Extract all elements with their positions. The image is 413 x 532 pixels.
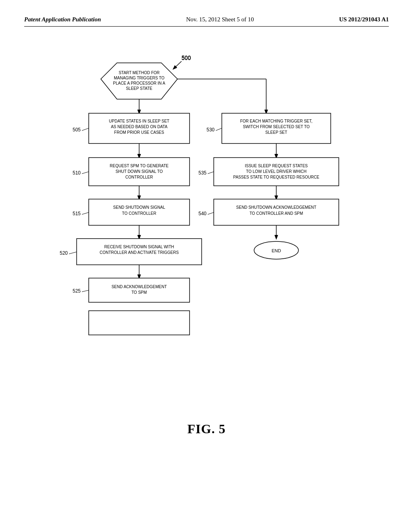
- svg-text:530: 530: [206, 127, 215, 133]
- svg-rect-26: [77, 239, 202, 265]
- svg-point-60: [254, 241, 298, 259]
- svg-text:SWITCH FROM SELECTED SET TO: SWITCH FROM SELECTED SET TO: [243, 125, 310, 129]
- header-center: Nov. 15, 2012 Sheet 5 of 10: [186, 16, 254, 23]
- svg-text:AS NEEDED BASED ON DATA: AS NEEDED BASED ON DATA: [111, 125, 168, 129]
- svg-text:505: 505: [73, 127, 81, 133]
- svg-line-18: [82, 172, 89, 174]
- svg-text:TO CONTROLLER: TO CONTROLLER: [122, 211, 156, 216]
- svg-text:CONTROLLER: CONTROLLER: [125, 175, 153, 179]
- svg-line-30: [69, 252, 77, 254]
- svg-text:FOR EACH MATCHING TRIGGER SET,: FOR EACH MATCHING TRIGGER SET,: [240, 119, 312, 123]
- svg-text:SLEEP STATE: SLEEP STATE: [126, 86, 152, 91]
- flowchart-svg: START METHOD FOR MANAGING TRIGGERS TO PL…: [24, 51, 389, 414]
- svg-rect-40: [222, 113, 331, 143]
- diagram-number: 500: [181, 55, 191, 61]
- svg-text:END: END: [271, 248, 281, 253]
- svg-text:520: 520: [60, 250, 68, 256]
- svg-text:MANAGING TRIGGERS TO: MANAGING TRIGGERS TO: [114, 76, 165, 80]
- svg-line-52: [208, 172, 214, 174]
- svg-marker-0: [101, 63, 177, 99]
- svg-text:515: 515: [73, 211, 81, 216]
- svg-text:535: 535: [198, 170, 206, 176]
- header-left: Patent Application Publication: [24, 16, 101, 23]
- svg-text:ISSUE SLEEP REQUEST STATES: ISSUE SLEEP REQUEST STATES: [245, 164, 308, 168]
- svg-rect-13: [89, 158, 190, 186]
- svg-text:TO CONTROLLER AND SPM: TO CONTROLLER AND SPM: [250, 211, 303, 216]
- page: Patent Application Publication Nov. 15, …: [0, 0, 413, 532]
- svg-line-24: [82, 212, 89, 214]
- svg-text:525: 525: [73, 288, 81, 294]
- svg-text:PASSES STATE TO REQUESTED RESO: PASSES STATE TO REQUESTED RESOURCE: [233, 175, 319, 179]
- svg-rect-6: [89, 113, 190, 143]
- svg-line-63: [173, 61, 181, 69]
- svg-text:TO LOW LEVEL DRIVER WHICH: TO LOW LEVEL DRIVER WHICH: [246, 169, 307, 174]
- svg-text:FROM PRIOR USE CASES: FROM PRIOR USE CASES: [114, 130, 164, 135]
- svg-text:SEND SHUTDOWN ACKNOWLEDGEMENT: SEND SHUTDOWN ACKNOWLEDGEMENT: [236, 205, 317, 210]
- svg-text:CONTROLLER AND ACTIVATE TRIGGE: CONTROLLER AND ACTIVATE TRIGGERS: [100, 250, 179, 255]
- svg-rect-32: [89, 278, 190, 302]
- svg-text:510: 510: [73, 170, 81, 176]
- svg-text:TO SPM: TO SPM: [131, 290, 147, 295]
- svg-text:SEND SHUTDOWN SIGNAL: SEND SHUTDOWN SIGNAL: [113, 205, 165, 210]
- svg-rect-47: [214, 158, 339, 186]
- figure-label: FIG. 5: [24, 422, 389, 436]
- svg-rect-54: [214, 199, 339, 225]
- diagram-area: 500 START METHOD FOR MANAGING TRIGGERS T…: [24, 51, 389, 414]
- svg-line-45: [216, 128, 222, 131]
- svg-text:SLEEP SET: SLEEP SET: [265, 130, 287, 135]
- svg-text:UPDATE STATES IN SLEEP SET: UPDATE STATES IN SLEEP SET: [109, 119, 169, 123]
- svg-rect-20: [89, 199, 190, 225]
- svg-rect-37: [89, 311, 190, 335]
- svg-text:SHUT DOWN SIGNAL TO: SHUT DOWN SIGNAL TO: [116, 169, 163, 174]
- svg-text:REQUEST SPM TO GENERATE: REQUEST SPM TO GENERATE: [110, 164, 169, 168]
- svg-text:540: 540: [198, 211, 206, 216]
- header-right: US 2012/291043 A1: [339, 16, 389, 23]
- svg-line-36: [82, 290, 89, 292]
- svg-text:RECEIVE SHUTDOWN SIGNAL WITH: RECEIVE SHUTDOWN SIGNAL WITH: [104, 245, 174, 249]
- svg-line-58: [208, 212, 214, 214]
- svg-text:START METHOD FOR: START METHOD FOR: [119, 71, 160, 75]
- svg-line-11: [82, 128, 89, 131]
- svg-text:PLACE A PROCESSOR IN A: PLACE A PROCESSOR IN A: [113, 81, 165, 85]
- svg-text:SEND ACKNOWLEDGEMENT: SEND ACKNOWLEDGEMENT: [111, 285, 167, 289]
- page-header: Patent Application Publication Nov. 15, …: [24, 16, 389, 27]
